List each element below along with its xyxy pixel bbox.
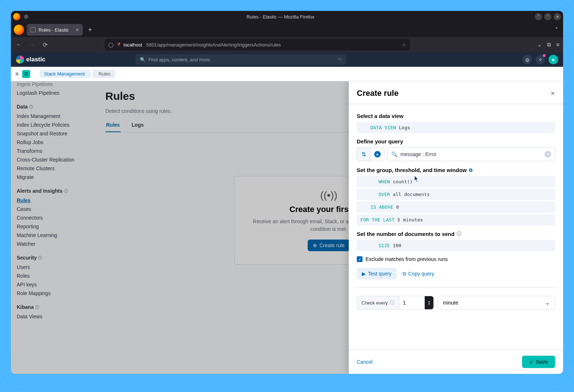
dataview-selector[interactable]: DATA VIEW Logs (357, 122, 555, 133)
elastic-logo-icon (16, 56, 24, 64)
section-docs: Set the number of documents to send ⓘ (357, 230, 555, 237)
pocket-icon[interactable]: ⌄ (537, 41, 542, 48)
last-keyword: FOR THE LAST (360, 217, 395, 222)
query-input[interactable]: 🔍 message : Error ✕ (387, 147, 555, 161)
save-button[interactable]: ✓ Save (522, 356, 555, 368)
over-value: all documents (393, 192, 430, 197)
test-query-button[interactable]: ▶ Test query (357, 268, 397, 279)
copy-query-button[interactable]: ⧉ Copy query (403, 271, 434, 277)
filter-icon: ⇅ (361, 151, 366, 158)
check-every-input[interactable]: Check every ⓘ 1 ▲▼ (357, 296, 434, 310)
last-value: 5 minutes (397, 217, 423, 222)
bookmark-icon[interactable]: ☆ (402, 42, 406, 48)
filter-button[interactable]: ⇅ (357, 147, 371, 161)
breadcrumb-parent[interactable]: Stack Management (40, 70, 89, 78)
plus-icon: + (374, 151, 381, 158)
nav-toggle-icon[interactable]: ≡ (15, 71, 19, 77)
firefox-home-icon[interactable] (14, 25, 24, 35)
dataview-value: Logs (399, 125, 410, 130)
close-flyout-icon[interactable]: ✕ (550, 90, 555, 97)
close-window-button[interactable]: ✕ (554, 13, 561, 20)
tab-title: Rules - Elastic (39, 27, 69, 33)
save-label: Save (536, 359, 548, 365)
cancel-button[interactable]: Cancel (357, 359, 373, 365)
newsfeed-icon[interactable]: ◎ (522, 55, 532, 64)
url-host: localhost (124, 42, 142, 48)
section-group: Set the group, threshold, and time windo… (357, 167, 555, 173)
clear-query-icon[interactable]: ✕ (545, 151, 551, 158)
search-icon: 🔍 (140, 57, 146, 62)
add-filter-button[interactable]: + (371, 147, 384, 161)
global-search[interactable]: 🔍 Find apps, content, and more. ^/ (136, 54, 346, 65)
space-badge[interactable]: D (22, 70, 30, 78)
maximize-button[interactable]: ˄ (544, 13, 551, 20)
elastic-logo[interactable]: elastic (16, 56, 45, 64)
checkbox-checked-icon[interactable]: ✓ (357, 256, 363, 262)
url-bar[interactable]: ◯ ⧩ localhost:5601/app/management/insigh… (105, 39, 410, 50)
new-tab-button[interactable]: + (85, 25, 95, 35)
reload-button[interactable]: ⟳ (41, 41, 49, 48)
chevron-down-icon: ⌄ (545, 300, 550, 306)
content-area: Ingest Pipelines Logstash Pipelines Data… (11, 81, 563, 374)
chevron-up-icon: ▲ (428, 300, 430, 303)
size-clause[interactable]: SIZE 100 (357, 240, 555, 251)
elastic-logo-text: elastic (26, 56, 45, 63)
section-query: Define your query (357, 138, 555, 144)
elastic-header: elastic 🔍 Find apps, content, and more. … (11, 52, 563, 67)
when-value: count() (393, 179, 413, 184)
over-keyword: OVER (379, 192, 390, 197)
window-clause[interactable]: FOR THE LAST 5 minutes (357, 214, 555, 225)
info-icon[interactable]: ⓘ (457, 230, 461, 237)
exclude-label: Exclude matches from previous runs (365, 256, 448, 262)
size-value: 100 (393, 243, 401, 248)
browser-toolbar: ← → ⟳ ◯ ⧩ localhost:5601/app/management/… (11, 37, 563, 52)
query-value: message : Error (400, 151, 437, 157)
close-tab-icon[interactable]: ✕ (75, 27, 79, 33)
browser-tabbar: Rules - Elastic ✕ + ˅ (11, 23, 563, 37)
search-icon: 🔍 (391, 151, 397, 157)
titlebar-dot (24, 15, 28, 19)
copy-icon[interactable]: ⧉ (469, 167, 472, 173)
exclude-checkbox-row[interactable]: ✓ Exclude matches from previous runs (357, 256, 555, 262)
when-clause[interactable]: WHEN count() (357, 176, 555, 187)
size-keyword: SIZE (379, 243, 390, 248)
dataview-keyword: DATA VIEW (370, 125, 396, 130)
threshold-clause[interactable]: IS ABOVE 0 (357, 201, 555, 213)
create-rule-flyout: Create rule ✕ Select a data view DATA VI… (349, 81, 563, 374)
forward-button: → (28, 41, 36, 48)
minimize-button[interactable]: ˅ (535, 13, 542, 20)
window-title: Rules - Elastic — Mozilla Firefox (28, 14, 533, 20)
notifications-icon[interactable]: ✧ (535, 55, 545, 64)
tab-favicon (31, 27, 36, 32)
section-dataview: Select a data view (357, 113, 555, 119)
over-clause[interactable]: OVER all documents (357, 189, 555, 200)
copy-query-label: Copy query (408, 271, 434, 277)
check-every-unit-select[interactable]: minute ⌄ (437, 296, 555, 310)
above-keyword: IS ABOVE (371, 204, 393, 210)
divider (357, 287, 555, 288)
test-query-label: Test query (368, 271, 392, 277)
shield-icon: ◯ (108, 42, 114, 48)
breadcrumb-bar: ≡ D Stack Management Rules (11, 67, 563, 81)
insecure-lock-icon: ⧩ (117, 42, 121, 48)
when-keyword: WHEN (379, 179, 390, 184)
clipboard-icon: ⧉ (403, 271, 406, 277)
check-icon: ✓ (529, 359, 534, 365)
number-stepper[interactable]: ▲▼ (425, 296, 433, 309)
search-shortcut: ^/ (338, 57, 341, 62)
chevron-down-icon: ▼ (428, 303, 430, 305)
play-icon: ▶ (362, 271, 366, 277)
above-value: 0 (396, 204, 399, 210)
user-avatar[interactable]: e (549, 55, 558, 64)
check-every-label: Check every (361, 300, 388, 306)
browser-tab[interactable]: Rules - Elastic ✕ (27, 24, 83, 36)
back-button[interactable]: ← (15, 41, 23, 48)
window-titlebar: Rules - Elastic — Mozilla Firefox ˅ ˄ ✕ (11, 11, 563, 23)
breadcrumb-leaf: Rules (93, 70, 115, 78)
extensions-icon[interactable]: ⧉ (547, 41, 551, 48)
hamburger-menu-icon[interactable]: ≡ (556, 41, 559, 48)
check-every-unit: minute (443, 300, 458, 306)
tabs-overflow-icon[interactable]: ˅ (553, 24, 560, 36)
info-icon[interactable]: ⓘ (390, 299, 395, 306)
check-every-value[interactable]: 1 (399, 300, 425, 306)
